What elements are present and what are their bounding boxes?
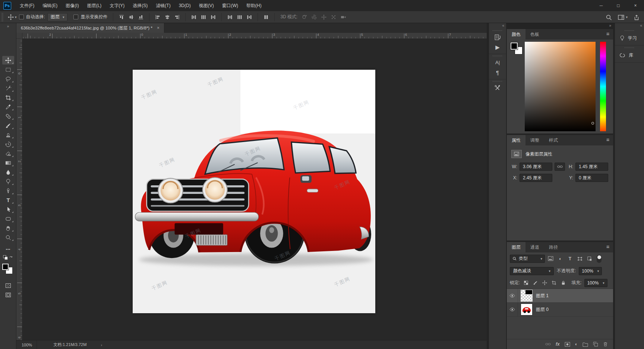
filter-type-layers-icon[interactable]: T bbox=[566, 255, 574, 262]
tab-swatches[interactable]: 色板 bbox=[525, 29, 544, 40]
show-transform-checkbox[interactable] bbox=[73, 15, 78, 19]
align-left-button[interactable] bbox=[154, 13, 162, 21]
quick-mask-button[interactable] bbox=[2, 281, 14, 290]
panel-menu-icon[interactable]: ≡ bbox=[603, 29, 613, 40]
lock-artboard-icon[interactable] bbox=[550, 280, 557, 286]
tool-preset-picker[interactable]: ▾ bbox=[6, 14, 19, 20]
paragraph-panel-icon[interactable]: ¶ bbox=[489, 67, 506, 78]
link-dimensions-icon[interactable] bbox=[555, 163, 565, 171]
fill-field[interactable]: 100% ▾ bbox=[584, 279, 607, 287]
brush-tool[interactable] bbox=[2, 121, 14, 130]
tab-properties[interactable]: 属性 bbox=[507, 135, 525, 145]
history-brush-tool[interactable] bbox=[2, 140, 14, 148]
menu-layer[interactable]: 图层(L) bbox=[83, 0, 106, 11]
menu-filter[interactable]: 滤镜(T) bbox=[152, 0, 174, 11]
menu-view[interactable]: 视图(V) bbox=[195, 0, 218, 11]
share-icon[interactable] bbox=[634, 14, 640, 21]
add-mask-icon[interactable] bbox=[565, 342, 570, 347]
eyedropper-tool[interactable] bbox=[2, 103, 14, 111]
close-button[interactable]: × bbox=[627, 0, 644, 11]
menu-edit[interactable]: 编辑(E) bbox=[38, 0, 61, 11]
zoom-tool[interactable] bbox=[2, 233, 14, 242]
gradient-tool[interactable] bbox=[2, 158, 14, 167]
panel-menu-icon[interactable]: ≡ bbox=[603, 242, 613, 252]
hue-slider[interactable] bbox=[600, 42, 606, 131]
libraries-panel-button[interactable]: 库 bbox=[615, 49, 644, 61]
menu-type[interactable]: 文字(Y) bbox=[105, 0, 129, 11]
distribute-left-button[interactable] bbox=[226, 13, 234, 21]
align-hcenter-button[interactable] bbox=[163, 13, 171, 21]
layer-name[interactable]: 图层 0 bbox=[536, 306, 549, 313]
auto-select-checkbox[interactable] bbox=[19, 15, 24, 19]
crop-tool[interactable] bbox=[2, 93, 14, 102]
dock-collapse-chevron[interactable]: « bbox=[640, 23, 642, 28]
drag-grip[interactable] bbox=[625, 47, 634, 48]
path-selection-tool[interactable] bbox=[2, 205, 14, 214]
tab-styles[interactable]: 样式 bbox=[544, 135, 563, 145]
lasso-tool[interactable] bbox=[2, 75, 14, 83]
distribute-hcenter-button[interactable] bbox=[236, 13, 244, 21]
saturation-brightness-field[interactable] bbox=[525, 42, 596, 131]
tool-presets-panel-icon[interactable] bbox=[489, 83, 506, 93]
drag-grip[interactable] bbox=[493, 81, 502, 82]
visibility-eye-icon[interactable] bbox=[507, 303, 518, 316]
screen-mode-button[interactable] bbox=[2, 290, 14, 299]
align-vcenter-button[interactable] bbox=[127, 13, 135, 21]
blend-mode-dropdown[interactable]: 颜色减淡 ▾ bbox=[510, 267, 554, 275]
foreground-color-swatch[interactable] bbox=[2, 264, 9, 270]
marquee-tool[interactable] bbox=[2, 65, 14, 74]
menu-3d[interactable]: 3D(D) bbox=[175, 0, 195, 11]
menu-help[interactable]: 帮助(H) bbox=[242, 0, 266, 11]
default-swap-colors[interactable] bbox=[3, 255, 13, 261]
layer-filter-toggle[interactable] bbox=[597, 255, 602, 263]
distribute-right-button[interactable] bbox=[245, 13, 253, 21]
align-right-button[interactable] bbox=[173, 13, 181, 21]
distribute-bottom-button[interactable] bbox=[209, 13, 217, 21]
hand-tool[interactable] bbox=[2, 224, 14, 232]
foreground-background-swatches[interactable] bbox=[2, 264, 13, 274]
character-panel-icon[interactable]: A| bbox=[489, 57, 506, 67]
opacity-field[interactable]: 100% ▾ bbox=[579, 267, 602, 275]
clone-stamp-tool[interactable] bbox=[2, 131, 14, 139]
tab-color[interactable]: 颜色 bbox=[507, 29, 525, 40]
filter-pixel-layers-icon[interactable] bbox=[547, 255, 555, 262]
width-field[interactable]: 3.06 厘米 bbox=[520, 163, 552, 171]
drag-grip[interactable] bbox=[493, 30, 502, 31]
auto-select-dropdown[interactable]: 图层 ▾ bbox=[47, 13, 68, 21]
tab-adjustments[interactable]: 调整 bbox=[525, 135, 544, 145]
y-field[interactable]: 0 厘米 bbox=[575, 174, 608, 182]
workspace-switcher[interactable]: ▾ bbox=[618, 15, 628, 20]
align-bottom-button[interactable] bbox=[137, 13, 145, 21]
lock-pixels-icon[interactable] bbox=[532, 280, 539, 286]
status-expand-chevron[interactable]: › bbox=[101, 343, 102, 347]
distribute-top-button[interactable] bbox=[190, 13, 198, 21]
eraser-tool[interactable] bbox=[2, 149, 14, 158]
tab-layers[interactable]: 图层 bbox=[507, 242, 525, 252]
dock-expand-chevron[interactable]: « bbox=[502, 23, 504, 28]
distribute-spacing-button[interactable] bbox=[262, 13, 270, 21]
menu-file[interactable]: 文件(F) bbox=[16, 0, 38, 11]
panel-collapse-chevron[interactable]: » bbox=[609, 23, 611, 28]
height-field[interactable]: 1.45 厘米 bbox=[575, 163, 608, 171]
type-tool[interactable]: T bbox=[2, 196, 14, 204]
drag-grip[interactable] bbox=[625, 30, 634, 31]
tab-channels[interactable]: 通道 bbox=[525, 242, 544, 252]
blur-tool[interactable] bbox=[2, 168, 14, 176]
toolbar-collapse[interactable]: » bbox=[0, 23, 16, 29]
canvas-pasteboard[interactable]: 千图网 千图网 千图网 千图网 千图网 千图网 千图网 千图网 千图网 千图网 bbox=[22, 39, 487, 340]
spot-healing-tool[interactable] bbox=[2, 112, 14, 120]
layer-row-1[interactable]: 图层 1 bbox=[507, 289, 613, 303]
align-top-button[interactable] bbox=[118, 13, 125, 21]
lock-transparent-icon[interactable] bbox=[523, 280, 529, 286]
layer-thumbnail[interactable] bbox=[521, 304, 532, 315]
lock-position-icon[interactable] bbox=[541, 280, 548, 286]
dodge-tool[interactable] bbox=[2, 177, 14, 186]
layer-name[interactable]: 图层 1 bbox=[536, 293, 549, 299]
adjustment-layer-icon[interactable]: ◐ bbox=[575, 342, 578, 347]
delete-layer-trash-icon[interactable] bbox=[603, 342, 608, 347]
color-picker-marker[interactable] bbox=[591, 122, 594, 125]
minimize-button[interactable]: ─ bbox=[593, 0, 610, 11]
filter-shape-layers-icon[interactable] bbox=[576, 255, 584, 262]
color-swatch-pair[interactable] bbox=[511, 43, 524, 56]
x-field[interactable]: 2.45 厘米 bbox=[520, 174, 552, 182]
